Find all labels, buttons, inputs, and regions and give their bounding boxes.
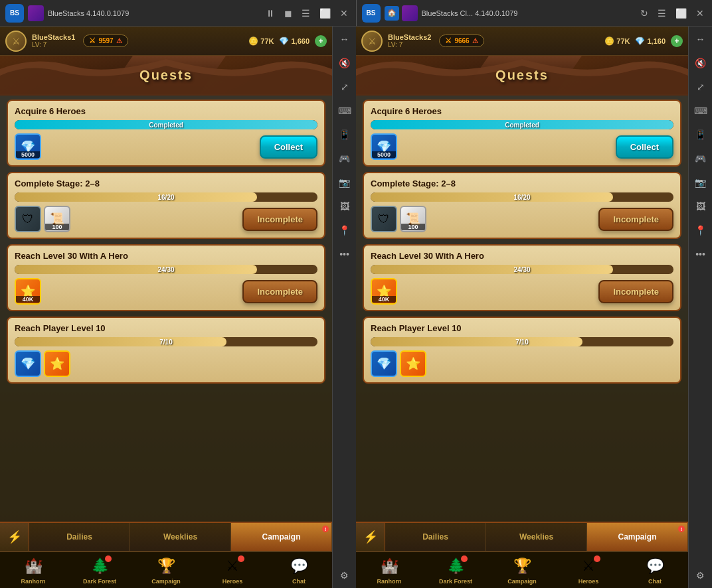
close-icon-left[interactable]: ✕: [337, 7, 351, 20]
right-progress-text-3: 7/10: [515, 338, 528, 346]
left-tab-campaign[interactable]: Campaign !: [231, 523, 332, 551]
left-progress-text-1: 16/20: [157, 194, 174, 201]
right-nav-ranhorn-icon-wrap: 🏰: [377, 555, 401, 577]
right-reward-gold-3: ⭐: [400, 350, 426, 377]
close-icon-right[interactable]: ✕: [693, 7, 707, 20]
left-nav-campaign[interactable]: 🏆 Campaign: [133, 552, 199, 588]
right-tool-gallery[interactable]: 🖼: [693, 199, 708, 214]
campaign-nav-icon: 🏆: [157, 557, 175, 575]
left-nav-ranhorn-icon-wrap: 🏰: [21, 555, 45, 577]
right-tool-mobile[interactable]: 📱: [693, 127, 708, 142]
right-progress-bar-3: 7/10: [371, 337, 673, 346]
right-tool-gamepad[interactable]: 🎮: [693, 151, 708, 166]
right-dailies-label: Dailies: [422, 532, 448, 542]
left-reward-count-0: 5000: [16, 151, 40, 158]
game-icon-left: [28, 5, 44, 21]
tool-camera[interactable]: 📷: [337, 175, 352, 190]
right-back-button[interactable]: ⚡: [356, 523, 385, 551]
main-area: ⚔ BlueStacks1 LV: 7 ⚔ 9597 ⚠ 🪙 77K: [0, 27, 712, 588]
right-quest-bottom-0: 💎 5000 Collect: [371, 133, 673, 160]
right-tool-settings[interactable]: ⚙: [693, 568, 708, 583]
left-campaign-badge: !: [322, 526, 329, 532]
left-incomplete-button-1[interactable]: Incomplete: [242, 208, 317, 231]
right-tool-more[interactable]: •••: [693, 247, 708, 261]
left-quest-bottom-3: 💎 ⭐: [15, 350, 317, 377]
right-collect-button-0[interactable]: Collect: [616, 135, 673, 159]
tool-settings[interactable]: ⚙: [337, 568, 352, 583]
left-tab-dailies[interactable]: Dailies: [29, 523, 130, 551]
right-tool-keyboard[interactable]: ⌨: [693, 104, 708, 118]
right-quest-card-1: Complete Stage: 2–8 16/20 🛡: [363, 172, 681, 239]
left-quest-card-2: Reach Level 30 With A Hero 24/30 ⭐ 40K: [7, 244, 325, 311]
stop-icon[interactable]: ◼: [282, 7, 295, 20]
pause-icon[interactable]: ⏸: [263, 7, 278, 20]
left-nav-campaign-icon-wrap: 🏆: [154, 555, 178, 577]
right-chat-nav-icon: 💬: [646, 557, 664, 575]
left-collect-button-0[interactable]: Collect: [260, 135, 317, 159]
right-tool-camera[interactable]: 📷: [693, 175, 708, 190]
right-window-controls[interactable]: ↻ ☰ ⬜ ✕: [638, 7, 707, 20]
right-incomplete-button-2[interactable]: Incomplete: [598, 280, 673, 303]
left-back-button[interactable]: ⚡: [0, 523, 29, 551]
left-nav-chat[interactable]: 💬 Chat: [266, 552, 332, 588]
left-nav-darkforest[interactable]: 🌲 Dark Forest: [66, 552, 133, 588]
right-add-currency-button[interactable]: +: [671, 35, 683, 47]
right-tool-location[interactable]: 📍: [693, 223, 708, 238]
right-tab-weeklies[interactable]: Weeklies: [486, 523, 587, 551]
left-tab-weeklies[interactable]: Weeklies: [130, 523, 231, 551]
right-reward-gem-3: 💎: [371, 350, 397, 377]
tool-location[interactable]: 📍: [337, 223, 352, 238]
right-bottom-tabs: ⚡ Dailies Weeklies Campaign !: [356, 522, 688, 551]
left-bottom-nav: 🏰 Ranhorn 🌲 Dark Forest 🏆 Campaign: [0, 551, 332, 588]
right-incomplete-button-1[interactable]: Incomplete: [598, 208, 673, 231]
right-nav-campaign[interactable]: 🏆 Campaign: [489, 552, 555, 588]
left-rewards-1: 🛡 📜 100: [15, 206, 238, 232]
tool-mobile[interactable]: 📱: [337, 127, 352, 142]
right-tool-resize[interactable]: ↔: [693, 32, 708, 46]
right-rewards-0: 💎 5000: [371, 133, 612, 160]
left-progress-bar-1: 16/20: [15, 192, 317, 202]
tool-more[interactable]: •••: [337, 247, 352, 261]
refresh-icon[interactable]: ↻: [638, 7, 651, 20]
right-tool-mute[interactable]: 🔇: [693, 56, 708, 70]
left-add-currency-button[interactable]: +: [315, 35, 327, 47]
tool-gamepad[interactable]: 🎮: [337, 151, 352, 166]
restore-icon-right[interactable]: ⬜: [673, 7, 689, 20]
right-tool-fullscreen[interactable]: ⤢: [693, 80, 708, 94]
left-heroes-badge: [238, 555, 244, 562]
right-player-info: BlueStacks2 LV: 7: [388, 33, 431, 48]
tool-gallery[interactable]: 🖼: [337, 199, 352, 214]
tool-mute[interactable]: 🔇: [337, 56, 352, 70]
left-rewards-2: ⭐ 40K: [15, 278, 238, 305]
right-quest-scroll[interactable]: Acquire 6 Heroes Completed 💎 5000: [356, 96, 688, 522]
right-nav-heroes[interactable]: ⚔ Heroes: [555, 552, 622, 588]
left-progress-text-2: 24/30: [157, 266, 174, 273]
tool-resize[interactable]: ↔: [337, 32, 352, 46]
right-weeklies-label: Weeklies: [519, 532, 553, 542]
left-nav-darkforest-label: Dark Forest: [83, 578, 116, 585]
right-campaign-label: Campaign: [618, 532, 656, 542]
right-reward-count-2: 40K: [372, 296, 396, 303]
right-tab-campaign[interactable]: Campaign !: [587, 523, 688, 551]
left-window-controls[interactable]: ⏸ ◼ ☰ ⬜ ✕: [263, 7, 351, 20]
left-quest-card-3: Reach Player Level 10 7/10 💎: [7, 317, 325, 384]
right-tab-dailies[interactable]: Dailies: [385, 523, 486, 551]
left-bottom-tabs: ⚡ Dailies Weeklies Campaign !: [0, 522, 332, 551]
restore-icon[interactable]: ⬜: [317, 7, 333, 20]
right-rewards-3: 💎 ⭐: [371, 350, 673, 377]
tool-fullscreen[interactable]: ⤢: [337, 80, 352, 94]
right-nav-chat[interactable]: 💬 Chat: [622, 552, 688, 588]
menu-icon-right[interactable]: ☰: [655, 7, 669, 20]
left-gem-stat: 💎 1,660: [279, 37, 310, 46]
right-nav-darkforest[interactable]: 🌲 Dark Forest: [422, 552, 489, 588]
left-rewards-0: 💎 5000: [15, 133, 256, 160]
right-nav-ranhorn[interactable]: 🏰 Ranhorn: [356, 552, 422, 588]
tool-keyboard[interactable]: ⌨: [337, 104, 352, 118]
left-quest-scroll[interactable]: Acquire 6 Heroes Completed 💎 5000: [0, 96, 332, 522]
left-nav-heroes[interactable]: ⚔ Heroes: [199, 552, 266, 588]
left-reward-count-1: 100: [45, 224, 69, 230]
left-nav-ranhorn[interactable]: 🏰 Ranhorn: [0, 552, 66, 588]
menu-icon[interactable]: ☰: [299, 7, 313, 20]
left-incomplete-button-2[interactable]: Incomplete: [242, 280, 317, 303]
right-window-titlebar: BS 🏠 BlueStacks Cl... 4.140.0.1079 ↻ ☰ ⬜…: [356, 0, 713, 27]
